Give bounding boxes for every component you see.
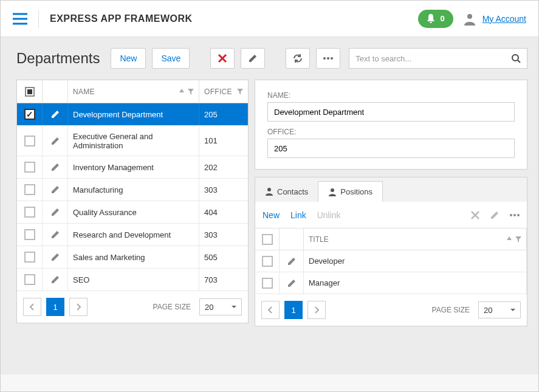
pencil-icon xyxy=(248,53,258,63)
table-row[interactable]: Inventory Management 202 xyxy=(17,156,248,179)
select-all-header[interactable] xyxy=(17,80,43,103)
cell-office: 303 xyxy=(199,179,248,201)
pencil-icon xyxy=(287,257,296,266)
svg-point-12 xyxy=(331,188,334,192)
notifications-button[interactable]: 0 xyxy=(418,10,453,28)
sub-page-prev[interactable] xyxy=(261,301,280,319)
title-column-header[interactable]: TITLE xyxy=(304,229,527,250)
tab-more-button[interactable] xyxy=(510,214,520,216)
edit-button[interactable] xyxy=(241,48,265,69)
row-edit-button[interactable] xyxy=(43,201,68,223)
row-checkbox[interactable] xyxy=(262,256,273,267)
sub-select-all[interactable] xyxy=(255,229,280,250)
table-row[interactable]: SEO 703 xyxy=(17,269,248,291)
svg-point-3 xyxy=(467,14,472,19)
name-input[interactable] xyxy=(267,102,515,122)
tab-link-link[interactable]: Link xyxy=(290,210,306,220)
cell-office: 404 xyxy=(199,201,248,223)
office-column-label: OFFICE xyxy=(204,88,232,96)
sub-page-next[interactable] xyxy=(307,301,326,319)
sort-asc-icon xyxy=(179,89,184,95)
app-header: EXPRESS APP FRAMEWORK 0 My Account xyxy=(1,1,538,37)
tab-new-link[interactable]: New xyxy=(263,210,280,220)
header-divider xyxy=(38,10,39,28)
row-checkbox[interactable] xyxy=(24,207,35,218)
page-title: Departments xyxy=(16,50,100,67)
more-button[interactable] xyxy=(316,48,340,69)
tab-edit-button[interactable] xyxy=(490,211,499,219)
pencil-icon xyxy=(51,208,60,216)
row-edit-button[interactable] xyxy=(43,179,68,201)
tab-positions[interactable]: Positions xyxy=(318,181,383,202)
subgrid-header: TITLE xyxy=(255,229,527,250)
my-account-link[interactable]: My Account xyxy=(482,14,526,24)
filter-icon xyxy=(188,89,194,95)
sub-page-1[interactable]: 1 xyxy=(284,301,303,319)
table-row[interactable]: Quality Assurance 404 xyxy=(17,201,248,224)
row-edit-button[interactable] xyxy=(43,269,68,291)
table-row[interactable]: Manufacturing 303 xyxy=(17,179,248,201)
tab-toolbar: New Link Unlink xyxy=(255,202,527,229)
page-next-button[interactable] xyxy=(69,298,88,316)
row-edit-button[interactable] xyxy=(280,272,304,294)
tab-positions-label: Positions xyxy=(340,187,372,196)
row-checkbox[interactable] xyxy=(24,136,35,146)
pencil-icon xyxy=(51,163,60,171)
cell-office: 101 xyxy=(199,126,248,156)
row-edit-button[interactable] xyxy=(43,103,68,125)
search-box[interactable] xyxy=(349,48,527,69)
tab-contacts[interactable]: Contacts xyxy=(255,181,318,202)
row-checkbox[interactable] xyxy=(24,109,35,120)
office-label: OFFICE: xyxy=(267,128,515,136)
table-row[interactable]: Executive General and Administration 101 xyxy=(17,126,248,156)
row-edit-button[interactable] xyxy=(43,156,68,178)
row-edit-button[interactable] xyxy=(43,126,68,156)
row-checkbox[interactable] xyxy=(24,184,35,195)
office-input[interactable] xyxy=(267,139,515,158)
search-icon[interactable] xyxy=(511,53,521,63)
delete-button[interactable] xyxy=(210,48,235,69)
row-checkbox[interactable] xyxy=(24,162,35,173)
pencil-icon xyxy=(287,279,296,287)
row-edit-button[interactable] xyxy=(280,250,304,272)
office-column-header[interactable]: OFFICE xyxy=(199,80,248,103)
person-icon xyxy=(265,187,273,196)
row-checkbox[interactable] xyxy=(24,229,35,240)
table-row[interactable]: Sales and Marketing 505 xyxy=(17,246,248,269)
row-checkbox[interactable] xyxy=(24,252,35,263)
cell-title: Developer xyxy=(304,250,527,272)
cell-name: Executive General and Administration xyxy=(68,126,199,156)
subgrid-row[interactable]: Developer xyxy=(255,250,527,272)
tab-delete-button[interactable] xyxy=(471,211,479,219)
row-edit-button[interactable] xyxy=(43,224,68,246)
pencil-icon xyxy=(51,110,60,119)
svg-point-7 xyxy=(327,57,329,60)
page-size-select[interactable]: 20 xyxy=(199,298,242,315)
subgrid-row[interactable]: Manager xyxy=(255,272,527,294)
svg-point-16 xyxy=(513,214,516,216)
pencil-icon xyxy=(51,230,60,239)
page-1-button[interactable]: 1 xyxy=(46,298,64,316)
table-row[interactable]: Research and Development 303 xyxy=(17,224,248,246)
user-icon[interactable] xyxy=(463,12,476,26)
cell-office: 505 xyxy=(199,246,248,268)
cell-name: Inventory Management xyxy=(68,156,199,178)
row-edit-button[interactable] xyxy=(43,246,68,268)
svg-point-8 xyxy=(331,57,333,60)
sub-edit-column xyxy=(280,229,304,250)
chevron-left-icon xyxy=(30,303,35,311)
menu-toggle[interactable] xyxy=(13,13,27,25)
ellipsis-icon xyxy=(323,57,333,60)
search-input[interactable] xyxy=(355,54,511,63)
app-title: EXPRESS APP FRAMEWORK xyxy=(50,13,193,24)
content-area: Departments New Save xyxy=(1,37,538,392)
name-column-header[interactable]: NAME xyxy=(68,80,199,103)
row-checkbox[interactable] xyxy=(262,278,273,289)
table-row[interactable]: Development Department 205 xyxy=(17,103,248,126)
new-button[interactable]: New xyxy=(111,48,146,69)
page-prev-button[interactable] xyxy=(23,298,41,316)
row-checkbox[interactable] xyxy=(24,274,35,285)
sub-page-size-select[interactable]: 20 xyxy=(478,301,521,318)
refresh-button[interactable] xyxy=(286,48,310,69)
save-button[interactable]: Save xyxy=(152,48,190,69)
